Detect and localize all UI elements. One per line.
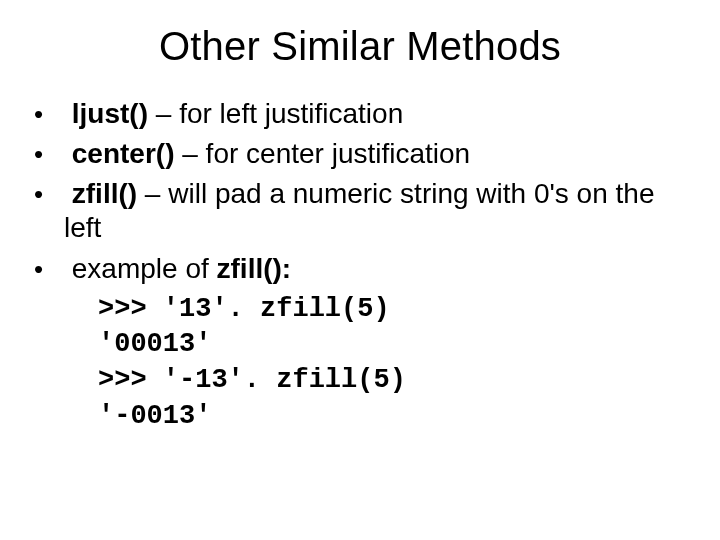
bullet-text: example of [72, 253, 217, 284]
bullet-item: zfill() – will pad a numeric string with… [34, 177, 692, 245]
method-name: zfill(): [217, 253, 292, 284]
bullet-text: – will pad a numeric string with 0's on … [64, 178, 654, 243]
bullet-text: – for center justification [174, 138, 470, 169]
bullet-text: – for left justification [148, 98, 403, 129]
code-line: >>> '13'. zfill(5) [98, 294, 390, 324]
code-line: '-0013' [98, 401, 211, 431]
code-line: >>> '-13'. zfill(5) [98, 365, 406, 395]
method-name: ljust() [72, 98, 148, 129]
bullet-item: ljust() – for left justification [34, 97, 692, 131]
slide: Other Similar Methods ljust() – for left… [0, 0, 720, 540]
bullet-item: center() – for center justification [34, 137, 692, 171]
code-line: '00013' [98, 329, 211, 359]
method-name: zfill() [72, 178, 137, 209]
slide-title: Other Similar Methods [28, 24, 692, 69]
bullet-list: ljust() – for left justification center(… [28, 97, 692, 286]
code-example: >>> '13'. zfill(5) '00013' >>> '-13'. zf… [98, 292, 692, 435]
method-name: center() [72, 138, 175, 169]
bullet-item: example of zfill(): [34, 252, 692, 286]
